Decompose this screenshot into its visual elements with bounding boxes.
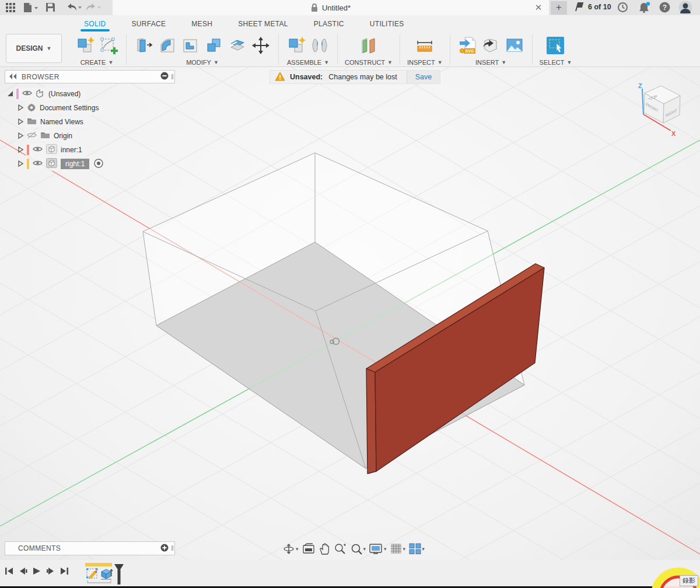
undo-icon[interactable] <box>65 3 82 12</box>
construct-plane-icon[interactable] <box>358 35 379 56</box>
chevron-down-icon: ▼ <box>387 60 393 65</box>
measure-icon[interactable] <box>414 35 435 56</box>
user-avatar[interactable] <box>678 1 692 15</box>
expander-closed-icon[interactable] <box>15 118 26 126</box>
zoom-tool[interactable] <box>334 542 346 555</box>
app-grid-icon[interactable] <box>6 3 16 13</box>
row-label[interactable]: Named Views <box>40 118 83 126</box>
workspace-selector[interactable]: DESIGN ▼ <box>6 34 62 63</box>
wall-side-face[interactable] <box>366 369 376 474</box>
fillet-icon[interactable] <box>157 35 178 56</box>
tab-surface[interactable]: SURFACE <box>130 20 169 28</box>
extrude-feature[interactable] <box>101 569 113 579</box>
expander-closed-icon[interactable] <box>15 132 26 140</box>
tree-row-right[interactable]: right:1 <box>5 157 175 171</box>
orbit-tool[interactable]: ▾ <box>282 542 299 555</box>
activate-component-radio[interactable] <box>94 159 103 170</box>
new-component-icon[interactable] <box>75 35 96 56</box>
sketch-feature[interactable] <box>86 568 98 579</box>
insert-svg-icon[interactable]: SVG <box>457 35 478 56</box>
expander-closed-icon[interactable] <box>15 146 26 154</box>
panel-grip[interactable]: ‖ <box>171 544 173 552</box>
tab-mesh[interactable]: MESH <box>189 20 215 28</box>
close-tab-icon[interactable]: ✕ <box>534 3 543 12</box>
play-button[interactable] <box>33 567 41 578</box>
visibility-off-icon[interactable] <box>27 131 37 141</box>
expander-closed-icon[interactable] <box>15 104 26 112</box>
save-button[interactable]: Save <box>407 71 440 83</box>
canvas-icon[interactable] <box>504 35 525 56</box>
selected-row-label[interactable]: right:1 <box>61 159 89 169</box>
visibility-eye-icon[interactable] <box>33 160 43 168</box>
add-comment-icon[interactable] <box>160 544 169 554</box>
timeline-playhead[interactable] <box>114 564 124 584</box>
file-menu-icon[interactable] <box>23 2 38 13</box>
unsaved-warning-bar: Unsaved: Changes may be lost Save <box>270 70 440 84</box>
save-icon[interactable] <box>46 2 55 12</box>
visibility-eye-icon[interactable] <box>22 90 32 98</box>
assemble-new-component-icon[interactable] <box>286 35 307 56</box>
tree-row-inner[interactable]: inner:1 <box>5 143 175 157</box>
move-icon[interactable] <box>250 35 271 56</box>
collapse-panel-icon[interactable] <box>9 73 17 81</box>
create-sketch-icon[interactable] <box>98 35 119 56</box>
tree-row-document-settings[interactable]: Document Settings <box>5 101 175 115</box>
chevron-down-icon: ▾ <box>422 546 425 552</box>
shell-icon[interactable] <box>180 35 201 56</box>
panel-grip[interactable]: ‖ <box>171 73 173 81</box>
timeline-playback-controls <box>5 567 69 578</box>
ribbon-toolbar: SOLID SURFACE MESH SHEET METAL PLASTIC U… <box>0 15 700 67</box>
chevron-down-icon: ▼ <box>108 60 113 65</box>
inspect-menu[interactable]: INSPECT▼ <box>407 59 443 66</box>
pan-tool[interactable] <box>318 542 330 555</box>
joint-icon[interactable] <box>309 35 330 56</box>
tab-plastic[interactable]: PLASTIC <box>312 20 346 28</box>
tree-row-origin[interactable]: Origin <box>5 129 175 143</box>
expander-closed-icon[interactable] <box>15 160 26 168</box>
step-forward-button[interactable] <box>46 567 55 578</box>
svg-text:SVG: SVG <box>465 49 474 53</box>
minimize-panel-icon[interactable] <box>160 72 169 82</box>
grid-settings-tool[interactable]: ▾ <box>390 543 406 555</box>
go-to-end-button[interactable] <box>60 567 69 578</box>
modify-menu[interactable]: MODIFY▼ <box>186 59 219 66</box>
insert-mesh-icon[interactable] <box>481 35 502 56</box>
construct-menu[interactable]: CONSTRUCT▼ <box>345 59 393 66</box>
fit-tool[interactable]: ▾ <box>350 542 366 555</box>
step-back-button[interactable] <box>19 567 27 578</box>
chevron-down-icon: ▼ <box>438 60 443 65</box>
insert-menu[interactable]: INSERT▼ <box>475 59 506 66</box>
root-label[interactable]: (Unsaved) <box>48 90 80 98</box>
tab-utilities[interactable]: UTILITIES <box>368 20 407 28</box>
document-tab[interactable]: Untitled* ✕ <box>113 0 549 15</box>
go-to-start-button[interactable] <box>5 567 13 578</box>
row-label[interactable]: Origin <box>54 132 72 140</box>
job-status-icon[interactable] <box>617 2 628 13</box>
row-label[interactable]: Document Settings <box>40 104 99 112</box>
new-tab-button[interactable]: + <box>551 1 567 15</box>
look-at-tool[interactable] <box>302 543 315 555</box>
display-settings-tool[interactable]: ▾ <box>369 543 387 555</box>
visibility-eye-icon[interactable] <box>33 146 43 154</box>
redo-icon[interactable] <box>86 3 103 12</box>
press-pull-icon[interactable] <box>134 35 155 56</box>
select-icon[interactable] <box>545 35 566 56</box>
tab-solid[interactable]: SOLID <box>82 20 108 28</box>
tree-row-root[interactable]: (Unsaved) <box>5 87 175 101</box>
row-label[interactable]: inner:1 <box>61 146 82 154</box>
tab-sheet-metal[interactable]: SHEET METAL <box>236 20 290 28</box>
notifications-bell-icon[interactable] <box>638 2 651 13</box>
viewports-tool[interactable]: ▾ <box>409 543 425 555</box>
help-icon[interactable]: ? <box>659 2 670 13</box>
split-body-icon[interactable] <box>227 35 248 56</box>
browser-header[interactable]: BROWSER ‖ <box>5 70 175 83</box>
assemble-menu[interactable]: ASSEMBLE▼ <box>287 59 329 66</box>
comments-panel[interactable]: COMMENTS ‖ <box>5 541 175 555</box>
component-color-bar <box>27 159 29 169</box>
combine-icon[interactable] <box>204 35 225 56</box>
version-badge[interactable]: 6 of 10 <box>575 2 611 12</box>
select-menu[interactable]: SELECT▼ <box>540 59 572 66</box>
create-menu[interactable]: CREATE▼ <box>80 59 114 66</box>
tree-row-named-views[interactable]: Named Views <box>5 115 175 129</box>
expander-open-icon[interactable] <box>5 90 15 98</box>
